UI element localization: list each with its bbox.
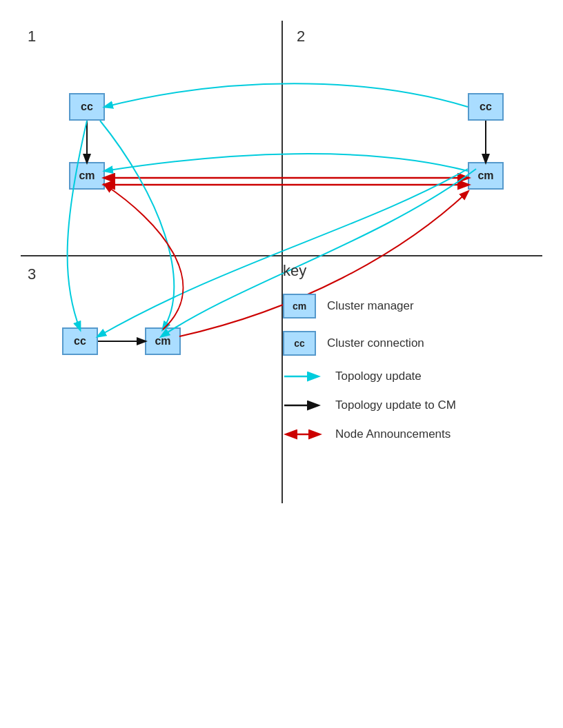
key-section: key cm Cluster manager cc Cluster connec… (283, 262, 517, 455)
key-item-cc: cc Cluster connection (283, 331, 517, 356)
key-item-topology-update: Topology update (283, 368, 517, 385)
key-cc-box: cc (283, 331, 316, 356)
node-cc3: cc (62, 327, 98, 355)
black-arrow-icon (283, 397, 324, 414)
key-title: key (283, 262, 517, 280)
section-label-3: 3 (28, 265, 36, 283)
node-cc2: cc (468, 93, 504, 121)
key-item-node-announce: Node Announcements (283, 426, 517, 443)
key-topology-cm-label: Topology update to CM (335, 398, 456, 412)
node-cm3: cm (145, 327, 181, 355)
key-node-announce-label: Node Announcements (335, 427, 451, 441)
key-cc-label: Cluster connection (327, 336, 424, 350)
key-item-topology-cm: Topology update to CM (283, 397, 517, 414)
cyan-arrow-icon (283, 368, 324, 385)
section-label-2: 2 (297, 28, 305, 46)
node-cm1: cm (69, 162, 105, 190)
node-cc1: cc (69, 93, 105, 121)
key-topology-update-label: Topology update (335, 370, 422, 383)
key-cm-box: cm (283, 294, 316, 318)
key-cm-label: Cluster manager (327, 299, 414, 313)
red-arrow-icon (283, 426, 324, 443)
key-item-cm: cm Cluster manager (283, 294, 517, 318)
section-label-1: 1 (28, 28, 36, 46)
node-cm2: cm (468, 162, 504, 190)
